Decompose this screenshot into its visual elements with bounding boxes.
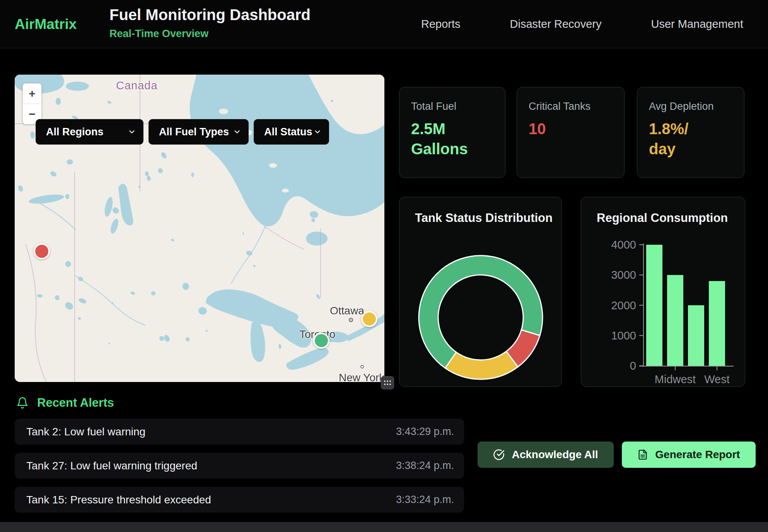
- chevron-down-icon: [313, 128, 322, 136]
- fuel-monitoring-dashboard: AirMatrix Fuel Monitoring Dashboard Real…: [0, 0, 768, 532]
- alert-row[interactable]: Tank 15: Pressure threshold exceeded 3:3…: [15, 487, 464, 513]
- page-title: Fuel Monitoring Dashboard: [109, 6, 311, 24]
- y-tick-label: 2000: [611, 299, 636, 312]
- fuel-type-filter-dropdown[interactable]: All Fuel Types: [148, 119, 249, 145]
- bell-icon: [16, 397, 29, 409]
- map-label-ottawa: Ottawa: [330, 305, 364, 317]
- stat-label: Avg Depletion: [649, 101, 732, 113]
- map-panel[interactable]: Canada Ottawa Toronto New York + − All R…: [15, 75, 384, 382]
- alert-message: Tank 2: Low fuel warning: [26, 426, 145, 438]
- bar: [688, 305, 704, 366]
- alert-message: Tank 27: Low fuel warning triggered: [26, 460, 197, 472]
- nav-user-management[interactable]: User Management: [651, 18, 743, 31]
- map-zoom-control: + −: [22, 83, 42, 124]
- map-label-new-york: New York: [339, 372, 384, 382]
- alert-timestamp: 3:43:29 p.m.: [396, 426, 454, 438]
- chevron-down-icon: [233, 128, 241, 136]
- alert-timestamp: 3:33:24 p.m.: [396, 494, 454, 506]
- check-circle-icon: [493, 449, 505, 460]
- stat-label: Total Fuel: [411, 101, 493, 113]
- bar: [709, 281, 725, 366]
- donut-segment-warning: [445, 351, 518, 379]
- generate-report-button[interactable]: Generate Report: [622, 442, 756, 468]
- nav-reports[interactable]: Reports: [421, 18, 461, 31]
- fuel-type-filter-value: All Fuel Types: [159, 126, 229, 138]
- alert-message: Tank 15: Pressure threshold exceeded: [26, 494, 211, 506]
- y-tick-label: 4000: [611, 239, 636, 251]
- main-nav: Reports Disaster Recovery User Managemen…: [421, 0, 743, 48]
- map-marker-warning[interactable]: [361, 311, 377, 327]
- chevron-down-icon: [128, 128, 136, 136]
- page-subtitle: Real-Time Overview: [109, 28, 208, 40]
- bar-chart: 01000200030004000MidwestWest: [581, 197, 745, 387]
- generate-report-label: Generate Report: [655, 448, 740, 461]
- document-icon: [637, 449, 648, 460]
- recent-alerts-title: Recent Alerts: [37, 396, 114, 410]
- alert-row[interactable]: Tank 2: Low fuel warning 3:43:29 p.m.: [15, 419, 464, 445]
- acknowledge-all-button[interactable]: Acknowledge All: [478, 442, 614, 468]
- ottawa-town-symbol: [349, 318, 353, 322]
- x-tick-label: West: [704, 373, 730, 385]
- stat-label: Critical Tanks: [529, 101, 613, 113]
- bar: [667, 275, 683, 366]
- regional-consumption-card: Regional Consumption 01000200030004000Mi…: [581, 197, 745, 387]
- map-resize-handle[interactable]: [381, 376, 394, 389]
- y-tick-label: 1000: [611, 329, 636, 342]
- bottom-window-edge: [0, 522, 768, 532]
- map-marker-critical[interactable]: [34, 243, 50, 259]
- stat-card-total-fuel: Total Fuel 2.5M Gallons: [399, 87, 505, 178]
- drag-dots-icon: [384, 380, 391, 385]
- zoom-in-button[interactable]: +: [23, 84, 41, 104]
- map-marker-normal[interactable]: [313, 332, 329, 349]
- status-filter-dropdown[interactable]: All Status: [254, 119, 329, 145]
- stat-value: 10: [529, 119, 613, 139]
- x-tick-label: Midwest: [655, 373, 696, 385]
- nav-disaster-recovery[interactable]: Disaster Recovery: [510, 18, 602, 31]
- map-label-canada: Canada: [116, 79, 158, 92]
- status-filter-value: All Status: [264, 126, 312, 138]
- stat-value: 1.8%/day: [649, 119, 695, 159]
- y-tick-label: 0: [630, 360, 636, 372]
- region-filter-value: All Regions: [46, 126, 104, 138]
- recent-alerts-header: Recent Alerts: [16, 396, 114, 410]
- stat-card-avg-depletion: Avg Depletion 1.8%/day: [637, 87, 744, 178]
- region-filter-dropdown[interactable]: All Regions: [36, 119, 143, 145]
- donut-chart: [399, 197, 562, 387]
- stat-value: 2.5M Gallons: [411, 119, 483, 159]
- alert-row[interactable]: Tank 27: Low fuel warning triggered 3:38…: [15, 453, 464, 479]
- tank-status-distribution-card: Tank Status Distribution: [399, 197, 562, 387]
- bar: [646, 245, 662, 366]
- acknowledge-all-label: Acknowledge All: [512, 448, 598, 461]
- y-tick-label: 3000: [611, 269, 636, 281]
- new-york-dot: [360, 365, 364, 368]
- stat-card-critical-tanks: Critical Tanks 10: [517, 87, 625, 178]
- app-header: AirMatrix Fuel Monitoring Dashboard Real…: [0, 0, 768, 48]
- alert-timestamp: 3:38:24 p.m.: [396, 460, 454, 472]
- brand-logo: AirMatrix: [15, 16, 77, 32]
